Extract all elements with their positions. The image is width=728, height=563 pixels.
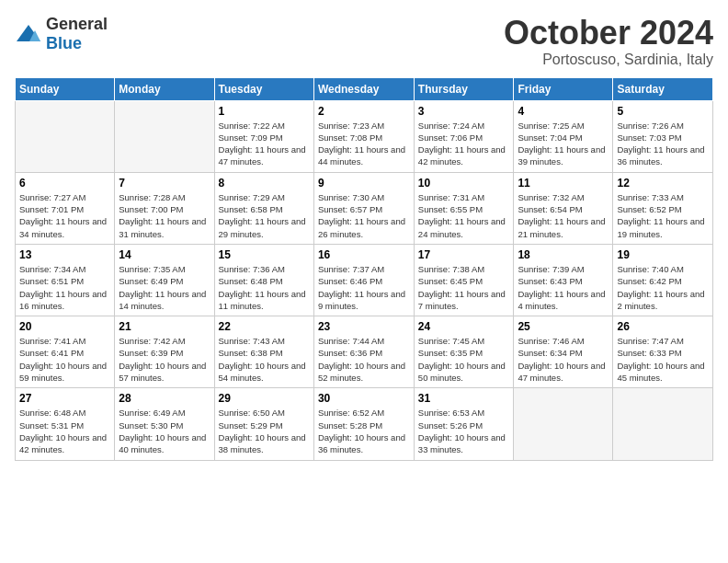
day-number: 10	[418, 177, 510, 190]
calendar-cell: 19Sunrise: 7:40 AM Sunset: 6:42 PM Dayli…	[613, 244, 713, 316]
day-info: Sunrise: 7:34 AM Sunset: 6:51 PM Dayligh…	[19, 263, 110, 312]
day-number: 25	[518, 320, 609, 333]
calendar-cell: 5Sunrise: 7:26 AM Sunset: 7:03 PM Daylig…	[613, 100, 713, 172]
header-day-sunday: Sunday	[16, 77, 115, 100]
day-info: Sunrise: 7:44 AM Sunset: 6:36 PM Dayligh…	[318, 335, 410, 384]
day-number: 13	[19, 248, 110, 261]
calendar-cell	[613, 388, 713, 460]
calendar-cell: 29Sunrise: 6:50 AM Sunset: 5:29 PM Dayli…	[214, 388, 313, 460]
day-info: Sunrise: 7:35 AM Sunset: 6:49 PM Dayligh…	[119, 263, 210, 312]
day-number: 16	[318, 248, 410, 261]
calendar-cell: 3Sunrise: 7:24 AM Sunset: 7:06 PM Daylig…	[414, 100, 514, 172]
day-number: 27	[19, 392, 110, 405]
day-info: Sunrise: 7:24 AM Sunset: 7:06 PM Dayligh…	[418, 120, 510, 168]
header-day-wednesday: Wednesday	[313, 77, 414, 100]
day-info: Sunrise: 7:39 AM Sunset: 6:43 PM Dayligh…	[518, 263, 609, 312]
calendar-week-5: 27Sunrise: 6:48 AM Sunset: 5:31 PM Dayli…	[16, 388, 713, 460]
day-number: 31	[418, 392, 510, 405]
day-number: 22	[219, 320, 310, 333]
day-info: Sunrise: 7:37 AM Sunset: 6:46 PM Dayligh…	[318, 263, 410, 312]
calendar-cell: 25Sunrise: 7:46 AM Sunset: 6:34 PM Dayli…	[514, 316, 613, 388]
calendar-cell: 26Sunrise: 7:47 AM Sunset: 6:33 PM Dayli…	[613, 316, 713, 388]
calendar-cell: 8Sunrise: 7:29 AM Sunset: 6:58 PM Daylig…	[214, 172, 313, 244]
calendar-week-4: 20Sunrise: 7:41 AM Sunset: 6:41 PM Dayli…	[16, 316, 713, 388]
day-info: Sunrise: 7:41 AM Sunset: 6:41 PM Dayligh…	[19, 335, 110, 384]
header-day-tuesday: Tuesday	[214, 77, 313, 100]
day-info: Sunrise: 7:32 AM Sunset: 6:54 PM Dayligh…	[518, 191, 609, 240]
day-number: 19	[617, 248, 709, 261]
calendar-body: 1Sunrise: 7:22 AM Sunset: 7:09 PM Daylig…	[16, 100, 713, 460]
calendar-cell: 10Sunrise: 7:31 AM Sunset: 6:55 PM Dayli…	[414, 172, 514, 244]
day-number: 11	[518, 177, 609, 190]
day-info: Sunrise: 7:33 AM Sunset: 6:52 PM Dayligh…	[617, 191, 709, 240]
day-info: Sunrise: 7:27 AM Sunset: 7:01 PM Dayligh…	[19, 191, 110, 240]
day-info: Sunrise: 7:28 AM Sunset: 7:00 PM Dayligh…	[119, 191, 210, 240]
day-info: Sunrise: 7:25 AM Sunset: 7:04 PM Dayligh…	[518, 120, 609, 168]
calendar-cell: 28Sunrise: 6:49 AM Sunset: 5:30 PM Dayli…	[115, 388, 214, 460]
day-info: Sunrise: 7:47 AM Sunset: 6:33 PM Dayligh…	[617, 335, 709, 384]
calendar-cell: 9Sunrise: 7:30 AM Sunset: 6:57 PM Daylig…	[313, 172, 414, 244]
day-info: Sunrise: 7:23 AM Sunset: 7:08 PM Dayligh…	[318, 120, 410, 168]
day-number: 24	[418, 320, 510, 333]
logo-icon	[15, 23, 42, 45]
calendar-cell: 22Sunrise: 7:43 AM Sunset: 6:38 PM Dayli…	[214, 316, 313, 388]
calendar-cell: 2Sunrise: 7:23 AM Sunset: 7:08 PM Daylig…	[313, 100, 414, 172]
calendar-cell: 18Sunrise: 7:39 AM Sunset: 6:43 PM Dayli…	[514, 244, 613, 316]
calendar-cell	[514, 388, 613, 460]
calendar-cell: 14Sunrise: 7:35 AM Sunset: 6:49 PM Dayli…	[115, 244, 214, 316]
day-number: 8	[219, 177, 310, 190]
month-title: October 2024	[504, 15, 713, 52]
header-day-friday: Friday	[514, 77, 613, 100]
day-number: 21	[119, 320, 210, 333]
calendar-table: SundayMondayTuesdayWednesdayThursdayFrid…	[15, 77, 713, 461]
day-number: 15	[219, 248, 310, 261]
calendar-cell: 11Sunrise: 7:32 AM Sunset: 6:54 PM Dayli…	[514, 172, 613, 244]
calendar-cell: 15Sunrise: 7:36 AM Sunset: 6:48 PM Dayli…	[214, 244, 313, 316]
day-number: 20	[19, 320, 110, 333]
calendar-week-3: 13Sunrise: 7:34 AM Sunset: 6:51 PM Dayli…	[16, 244, 713, 316]
day-number: 4	[518, 105, 609, 118]
calendar-cell: 30Sunrise: 6:52 AM Sunset: 5:28 PM Dayli…	[313, 388, 414, 460]
calendar-cell	[115, 100, 214, 172]
day-number: 12	[617, 177, 709, 190]
day-number: 14	[119, 248, 210, 261]
calendar-cell	[16, 100, 115, 172]
day-info: Sunrise: 6:50 AM Sunset: 5:29 PM Dayligh…	[219, 407, 310, 455]
day-number: 9	[318, 177, 410, 190]
day-number: 17	[418, 248, 510, 261]
day-info: Sunrise: 7:22 AM Sunset: 7:09 PM Dayligh…	[219, 120, 310, 168]
calendar-cell: 27Sunrise: 6:48 AM Sunset: 5:31 PM Dayli…	[16, 388, 115, 460]
day-number: 6	[19, 177, 110, 190]
calendar-cell: 20Sunrise: 7:41 AM Sunset: 6:41 PM Dayli…	[16, 316, 115, 388]
day-number: 23	[318, 320, 410, 333]
logo-text-blue: Blue	[46, 34, 82, 52]
header-day-monday: Monday	[115, 77, 214, 100]
day-number: 7	[119, 177, 210, 190]
day-number: 3	[418, 105, 510, 118]
calendar-cell: 21Sunrise: 7:42 AM Sunset: 6:39 PM Dayli…	[115, 316, 214, 388]
day-info: Sunrise: 7:31 AM Sunset: 6:55 PM Dayligh…	[418, 191, 510, 240]
day-number: 5	[617, 105, 709, 118]
day-number: 1	[219, 105, 310, 118]
day-info: Sunrise: 7:42 AM Sunset: 6:39 PM Dayligh…	[119, 335, 210, 384]
calendar-week-1: 1Sunrise: 7:22 AM Sunset: 7:09 PM Daylig…	[16, 100, 713, 172]
logo: General Blue	[15, 15, 108, 53]
day-info: Sunrise: 7:29 AM Sunset: 6:58 PM Dayligh…	[219, 191, 310, 240]
day-number: 30	[318, 392, 410, 405]
calendar-cell: 16Sunrise: 7:37 AM Sunset: 6:46 PM Dayli…	[313, 244, 414, 316]
calendar-cell: 4Sunrise: 7:25 AM Sunset: 7:04 PM Daylig…	[514, 100, 613, 172]
page-header: General Blue October 2024 Portoscuso, Sa…	[15, 15, 713, 68]
day-number: 28	[119, 392, 210, 405]
calendar-cell: 6Sunrise: 7:27 AM Sunset: 7:01 PM Daylig…	[16, 172, 115, 244]
header-day-thursday: Thursday	[414, 77, 514, 100]
calendar-cell: 17Sunrise: 7:38 AM Sunset: 6:45 PM Dayli…	[414, 244, 514, 316]
calendar-cell: 24Sunrise: 7:45 AM Sunset: 6:35 PM Dayli…	[414, 316, 514, 388]
logo-text-general: General	[46, 15, 108, 33]
day-number: 2	[318, 105, 410, 118]
day-info: Sunrise: 7:30 AM Sunset: 6:57 PM Dayligh…	[318, 191, 410, 240]
header-day-saturday: Saturday	[613, 77, 713, 100]
day-number: 26	[617, 320, 709, 333]
day-info: Sunrise: 6:53 AM Sunset: 5:26 PM Dayligh…	[418, 407, 510, 455]
calendar-cell: 1Sunrise: 7:22 AM Sunset: 7:09 PM Daylig…	[214, 100, 313, 172]
title-area: October 2024 Portoscuso, Sardinia, Italy	[504, 15, 713, 68]
